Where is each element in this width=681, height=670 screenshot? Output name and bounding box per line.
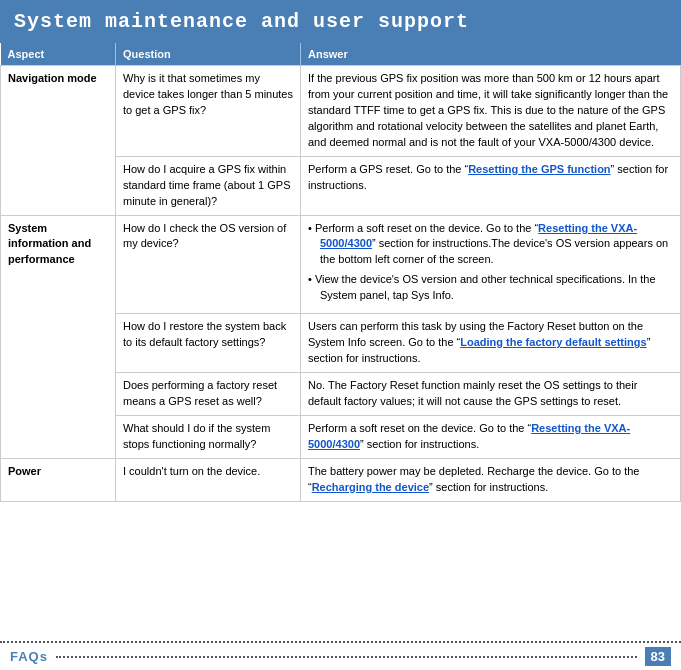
question-cell: How do I check the OS version of my devi… [116, 215, 301, 314]
answer-cell: Perform a GPS reset. Go to the “Resettin… [301, 156, 681, 215]
answer-cell: The battery power may be depleted. Recha… [301, 458, 681, 501]
footer-dots [56, 656, 637, 658]
link-resetting-gps[interactable]: Resetting the GPS function [468, 163, 610, 175]
aspect-cell-power: Power [1, 458, 116, 501]
col-header-aspect: Aspect [1, 43, 116, 66]
table-row: System information and performance How d… [1, 215, 681, 314]
question-cell: What should I do if the system stops fun… [116, 415, 301, 458]
link-resetting-vxa-1[interactable]: Resetting the VXA-5000/4300 [320, 222, 637, 250]
footer-label: FAQs [10, 649, 48, 664]
question-cell: Does performing a factory reset means a … [116, 373, 301, 416]
header-title: System maintenance and user support [14, 10, 469, 33]
col-header-answer: Answer [301, 43, 681, 66]
col-header-question: Question [116, 43, 301, 66]
aspect-cell-sysinfo: System information and performance [1, 215, 116, 458]
link-resetting-vxa-2[interactable]: Resetting the VXA-5000/4300 [308, 422, 630, 450]
question-cell: I couldn't turn on the device. [116, 458, 301, 501]
answer-cell: If the previous GPS fix position was mor… [301, 66, 681, 157]
table-row: Power I couldn't turn on the device. The… [1, 458, 681, 501]
answer-cell: Perform a soft reset on the device. Go t… [301, 415, 681, 458]
header: System maintenance and user support [0, 0, 681, 43]
footer-page-number: 83 [645, 647, 671, 666]
question-cell: How do I acquire a GPS fix within standa… [116, 156, 301, 215]
aspect-cell-nav: Navigation mode [1, 66, 116, 216]
question-cell: How do I restore the system back to its … [116, 314, 301, 373]
link-loading-factory[interactable]: Loading the factory default settings [460, 336, 646, 348]
footer: FAQs 83 [0, 641, 681, 670]
answer-cell: No. The Factory Reset function mainly re… [301, 373, 681, 416]
table-row: Navigation mode Why is it that sometimes… [1, 66, 681, 157]
link-recharging[interactable]: Recharging the device [312, 481, 429, 493]
answer-cell: Perform a soft reset on the device. Go t… [301, 215, 681, 314]
question-cell: Why is it that sometimes my device takes… [116, 66, 301, 157]
answer-cell: Users can perform this task by using the… [301, 314, 681, 373]
